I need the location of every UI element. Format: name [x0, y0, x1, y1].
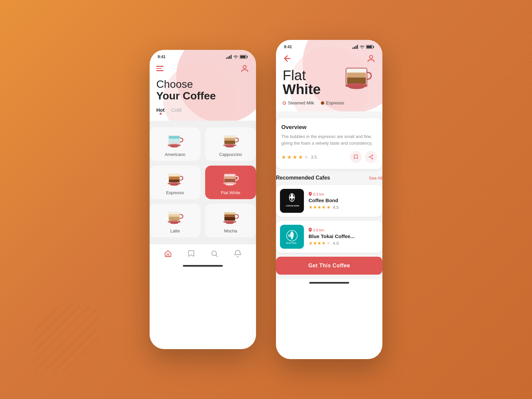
- nav-bell-icon[interactable]: [234, 250, 242, 258]
- phone-list-screen: 9:41: [150, 50, 256, 349]
- see-all-button[interactable]: See All: [369, 176, 382, 181]
- svg-rect-32: [169, 177, 180, 180]
- tab-hot[interactable]: Hot: [156, 107, 165, 114]
- nav-home-icon[interactable]: [164, 250, 172, 258]
- recommended-title: Recommended Cafes: [276, 175, 330, 181]
- coffee-card-flatwhite[interactable]: Flat White: [205, 166, 256, 199]
- nav-bookmark-icon[interactable]: [187, 250, 195, 258]
- svg-rect-39: [224, 176, 235, 179]
- svg-rect-24: [224, 136, 235, 138]
- ingredient-milk: Steamed Milk: [283, 100, 314, 105]
- status-bar: 9:41: [150, 50, 256, 61]
- overview-card: Overview The bubbles in the espresso are…: [276, 118, 382, 169]
- user-icon-2[interactable]: [366, 54, 376, 63]
- svg-point-36: [170, 184, 178, 186]
- status-bar-2: 9:41: [276, 40, 382, 51]
- bookmark-action-btn[interactable]: [350, 151, 362, 163]
- location-icon-bond: [309, 192, 312, 196]
- coffee-card-name: Flat White: [221, 190, 240, 195]
- svg-line-80: [370, 157, 372, 158]
- bottom-nav: [150, 244, 256, 262]
- coffee-card-name: Mocha: [224, 228, 237, 233]
- nav-search-icon[interactable]: [210, 250, 218, 258]
- recommended-header: Recommended Cafes See All: [276, 175, 382, 181]
- status-time: 9:41: [158, 55, 166, 59]
- svg-point-75: [349, 86, 363, 89]
- coffee-card-name: Latte: [170, 228, 180, 233]
- svg-rect-53: [224, 214, 235, 217]
- card-actions: [350, 151, 377, 163]
- star-5: ★: [304, 154, 309, 160]
- bookmark-icon: [353, 154, 358, 160]
- svg-rect-8: [226, 58, 227, 59]
- milk-dot: [283, 101, 286, 105]
- status-time-2: 9:41: [284, 45, 292, 49]
- share-action-btn[interactable]: [365, 151, 377, 163]
- cafe-name-bond: Coffee Bond: [309, 198, 378, 203]
- user-icon[interactable]: [240, 64, 249, 73]
- signal-icon-2: [352, 45, 358, 49]
- coffee-card-espresso[interactable]: Espresso: [150, 166, 200, 199]
- coffee-grid: Americano: [150, 127, 256, 237]
- coffee-grid-section: Americano: [150, 121, 256, 244]
- wifi-icon-2: [359, 45, 365, 49]
- svg-rect-52: [224, 212, 235, 214]
- phone1-header: [156, 61, 249, 78]
- rating-number: 3.5: [311, 155, 317, 160]
- svg-rect-14: [240, 56, 246, 58]
- svg-rect-70: [347, 69, 366, 73]
- svg-line-5: [43, 316, 100, 372]
- svg-line-60: [216, 255, 218, 257]
- coffee-card-mocha[interactable]: Mocha: [205, 204, 256, 237]
- svg-rect-25: [224, 138, 235, 141]
- svg-rect-38: [224, 174, 235, 176]
- svg-rect-54: [224, 217, 235, 220]
- svg-rect-47: [169, 217, 180, 220]
- svg-rect-11: [231, 55, 232, 59]
- cafe-stars-tokai: ★★★★ ★ 4.0: [309, 240, 378, 246]
- svg-rect-26: [224, 141, 235, 144]
- svg-line-4: [33, 306, 60, 332]
- svg-point-68: [369, 56, 372, 59]
- tab-cold[interactable]: Cold: [171, 107, 182, 114]
- svg-rect-46: [169, 214, 180, 217]
- svg-rect-18: [169, 139, 180, 142]
- detail-cup-icon: [342, 65, 376, 95]
- coffee-card-name: Cappuccino: [219, 152, 242, 157]
- share-icon: [368, 154, 374, 160]
- coffee-card-latte[interactable]: Latte: [150, 204, 200, 237]
- svg-rect-40: [224, 179, 235, 182]
- svg-line-2: [33, 306, 80, 352]
- svg-rect-31: [169, 174, 180, 177]
- tokai-logo-icon: BLUE TOKAI: [284, 228, 300, 245]
- svg-rect-72: [347, 77, 366, 84]
- star-4: ★: [298, 154, 303, 160]
- svg-point-22: [170, 146, 178, 148]
- cafe-logo-tokai: BLUE TOKAI: [280, 225, 304, 249]
- svg-rect-45: [169, 212, 180, 214]
- svg-point-50: [170, 222, 178, 224]
- cafe-info-bond: 0.3 km Coffee Bond ★★★★ ★ 4.5: [309, 192, 378, 210]
- menu-icon[interactable]: [156, 66, 164, 71]
- cafe-name-tokai: Blue Tokai Coffee...: [309, 233, 378, 239]
- coffee-card-name: Americano: [165, 152, 185, 157]
- coffee-card-americano[interactable]: Americano: [150, 127, 200, 161]
- espresso-cup-icon: [164, 171, 186, 190]
- svg-point-15: [243, 66, 246, 68]
- coffee-card-cappuccino[interactable]: Cappuccino: [205, 127, 256, 161]
- svg-rect-64: [357, 45, 358, 49]
- get-coffee-button[interactable]: Get This Coffee: [276, 257, 382, 275]
- svg-point-43: [226, 184, 234, 186]
- cafe-card-bond[interactable]: COFFEE BOND 0.3 km Coffee Bond: [276, 185, 382, 217]
- flatwhite-cup-icon: [220, 171, 241, 190]
- svg-rect-58: [167, 254, 169, 257]
- svg-rect-67: [367, 46, 372, 48]
- cafe-info-tokai: 0.6 km Blue Tokai Coffee... ★★★★ ★ 4.0: [309, 228, 378, 246]
- star-2: ★: [287, 154, 292, 160]
- svg-line-7: [63, 336, 100, 372]
- home-indicator: [183, 265, 223, 267]
- overview-text: The bubbles in the espresso are small an…: [281, 133, 377, 146]
- star-1: ★: [281, 154, 286, 160]
- back-button[interactable]: [283, 54, 292, 63]
- cafe-card-tokai[interactable]: BLUE TOKAI 0.6 km Blue Tokai Coffee...: [276, 221, 382, 253]
